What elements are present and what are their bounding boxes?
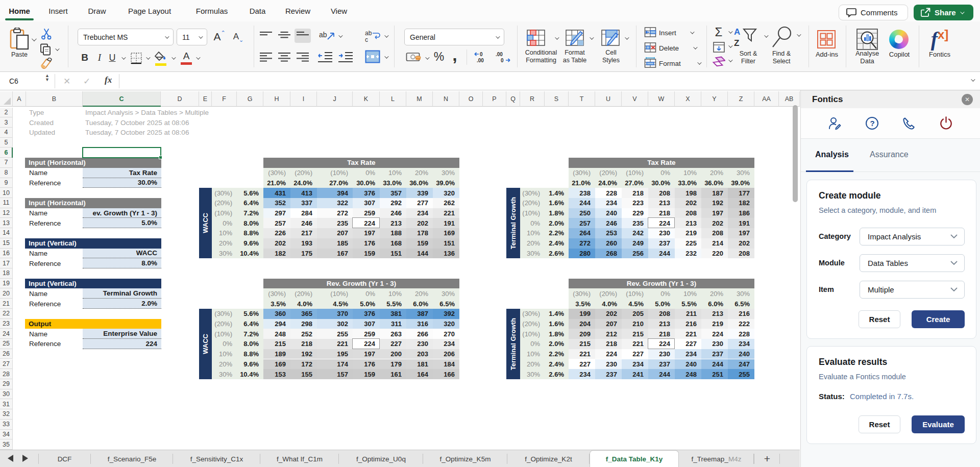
menu-tab-formulas[interactable]: Formulas	[191, 0, 232, 21]
table-3-cell-r1c3[interactable]: 213	[648, 319, 675, 329]
row-header-28[interactable]: 28	[0, 369, 13, 379]
table-1-cell-r3c0[interactable]: 257	[569, 218, 595, 228]
fill-color-button[interactable]	[154, 51, 168, 63]
table-2-cell-r0c3[interactable]: 376	[353, 309, 380, 319]
increase-font-button[interactable]: A⌃	[211, 30, 228, 44]
table-3-cell-r4c0[interactable]: 221	[569, 349, 595, 359]
table-0-cell-r6c5[interactable]: 144	[406, 249, 433, 259]
table-3-cell-r0c1[interactable]: 202	[595, 309, 622, 319]
formula-input[interactable]	[122, 72, 970, 90]
row-header-26[interactable]: 26	[0, 349, 13, 359]
menu-tab-view[interactable]: View	[328, 0, 350, 21]
sheet-tab-f-treemap-m4z[interactable]: f_Treemap_M4z	[679, 450, 754, 467]
column-header-C[interactable]: C	[83, 91, 161, 107]
table-2-cell-r3c6[interactable]: 234	[433, 339, 459, 349]
table-3-cell-r2c0[interactable]: 209	[569, 329, 595, 339]
section-row-value[interactable]: 5.0%	[83, 218, 161, 228]
table-3-cell-r6c4[interactable]: 248	[675, 369, 701, 379]
table-3-cell-r6c1[interactable]: 237	[595, 369, 622, 379]
format-painter-button[interactable]	[39, 57, 53, 70]
section-row-value[interactable]: Enterprise Value	[83, 329, 161, 339]
table-3-cell-r3c5[interactable]: 230	[701, 339, 728, 349]
table-0-cell-r6c3[interactable]: 159	[353, 249, 380, 259]
row-header-18[interactable]: 18	[0, 268, 13, 279]
module-select[interactable]: Data Tables	[860, 254, 965, 272]
analyse-data-button[interactable]	[855, 28, 879, 51]
table-3-cell-r3c6[interactable]: 234	[728, 339, 754, 349]
table-2-cell-r4c0[interactable]: 189	[263, 349, 290, 359]
table-0-cell-r3c5[interactable]: 202	[406, 218, 433, 228]
table-3-cell-r4c1[interactable]: 224	[595, 349, 622, 359]
table-3-cell-r0c2[interactable]: 205	[622, 309, 648, 319]
table-2-cell-r3c1[interactable]: 218	[290, 339, 317, 349]
table-1-cell-r5c6[interactable]: 202	[728, 238, 754, 249]
table-0-cell-r0c0[interactable]: 431	[263, 188, 290, 198]
table-1-cell-r3c2[interactable]: 235	[622, 218, 648, 228]
font-name-select[interactable]: Trebuchet MS	[78, 29, 174, 45]
table-3-cell-r1c5[interactable]: 219	[701, 319, 728, 329]
row-header-32[interactable]: 32	[0, 409, 13, 420]
column-header-H[interactable]: H	[263, 91, 290, 107]
menu-tab-insert[interactable]: Insert	[45, 0, 71, 21]
table-3-cell-r3c0[interactable]: 215	[569, 339, 595, 349]
italic-button[interactable]: I	[94, 51, 105, 65]
row-header-23[interactable]: 23	[0, 319, 13, 329]
table-0-cell-r2c5[interactable]: 234	[406, 208, 433, 218]
table-3-cell-r3c1[interactable]: 218	[595, 339, 622, 349]
increase-indent-button[interactable]	[337, 50, 354, 64]
row-header-29[interactable]: 29	[0, 379, 13, 389]
table-1-cell-r5c1[interactable]: 260	[595, 238, 622, 249]
table-1-cell-r6c1[interactable]: 268	[595, 249, 622, 259]
table-2-cell-r6c5[interactable]: 164	[406, 369, 433, 379]
insert-cells-button[interactable]	[644, 27, 656, 38]
table-2-cell-r3c0[interactable]: 215	[263, 339, 290, 349]
sheet-tab-f-data-table-k1y[interactable]: f_Data Table_K1y	[590, 450, 679, 467]
table-1-cell-r5c5[interactable]: 214	[701, 238, 728, 249]
row-header-10[interactable]: 10	[0, 188, 13, 198]
table-3-cell-r1c1[interactable]: 207	[595, 319, 622, 329]
table-1-cell-r6c5[interactable]: 220	[701, 249, 728, 259]
section-row-value[interactable]: ev. Growth (Yr 1 - 3)	[83, 208, 161, 218]
section-row-value[interactable]: 30.0%	[83, 178, 161, 188]
sheet-tab-f-scenario-f5e[interactable]: f_Scenario_F5e	[91, 450, 173, 467]
percent-style-button[interactable]: %	[431, 50, 447, 64]
fill-button[interactable]	[712, 41, 725, 53]
table-1-cell-r2c3[interactable]: 218	[648, 208, 675, 218]
font-color-button[interactable]: A	[180, 50, 193, 63]
table-3-cell-r2c2[interactable]: 215	[622, 329, 648, 339]
table-0-cell-r0c1[interactable]: 413	[290, 188, 317, 198]
table-1-cell-r1c4[interactable]: 202	[675, 198, 701, 208]
row-header-17[interactable]: 17	[0, 258, 13, 268]
row-header-8[interactable]: 8	[0, 168, 13, 178]
phone-icon[interactable]	[902, 117, 916, 130]
table-3-cell-r0c3[interactable]: 208	[648, 309, 675, 319]
table-0-cell-r5c4[interactable]: 168	[380, 238, 406, 249]
column-header-R[interactable]: R	[520, 91, 545, 107]
vertical-scrollbar-thumb[interactable]	[793, 105, 798, 202]
align-bottom-button[interactable]	[295, 29, 311, 43]
font-size-select[interactable]: 11	[177, 29, 207, 45]
table-1-cell-r0c4[interactable]: 198	[675, 188, 701, 198]
column-header-G[interactable]: G	[237, 91, 263, 107]
table-2-cell-r6c2[interactable]: 157	[317, 369, 353, 379]
align-middle-button[interactable]	[276, 29, 292, 43]
table-0-cell-r6c4[interactable]: 151	[380, 249, 406, 259]
table-3-cell-r2c3[interactable]: 218	[648, 329, 675, 339]
table-2-cell-r2c0[interactable]: 248	[263, 329, 290, 339]
table-1-cell-r3c4[interactable]: 213	[675, 218, 701, 228]
table-1-cell-r6c6[interactable]: 208	[728, 249, 754, 259]
row-header-7[interactable]: 7	[0, 158, 13, 168]
category-select[interactable]: Impact Analysis	[860, 228, 965, 245]
table-2-cell-r4c4[interactable]: 200	[380, 349, 406, 359]
column-header-Y[interactable]: Y	[701, 91, 728, 107]
table-0-cell-r4c4[interactable]: 188	[380, 228, 406, 238]
table-2-cell-r1c3[interactable]: 307	[353, 319, 380, 329]
table-0-cell-r3c6[interactable]: 191	[433, 218, 459, 228]
column-header-D[interactable]: D	[161, 91, 199, 107]
close-panel-button[interactable]: ✕	[962, 94, 973, 105]
table-0-cell-r3c4[interactable]: 213	[380, 218, 406, 228]
table-1-cell-r5c4[interactable]: 225	[675, 238, 701, 249]
fx-icon[interactable]: fx	[105, 75, 112, 85]
column-header-L[interactable]: L	[380, 91, 406, 107]
borders-button[interactable]	[130, 52, 143, 65]
